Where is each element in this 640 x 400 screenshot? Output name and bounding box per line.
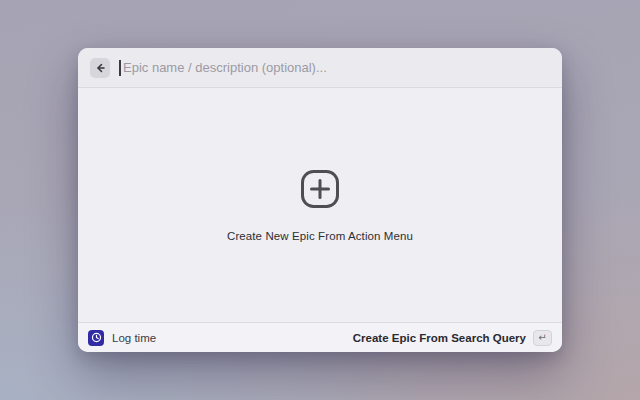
dialog-header [78, 48, 562, 88]
dialog-footer: Log time Create Epic From Search Query ↵ [78, 322, 562, 352]
clock-icon [88, 330, 104, 346]
arrow-left-icon [94, 62, 106, 74]
empty-state-label: Create New Epic From Action Menu [227, 230, 413, 242]
create-epic-dialog: Create New Epic From Action Menu Log tim… [78, 48, 562, 352]
plus-squircle-icon [300, 169, 340, 213]
dialog-body: Create New Epic From Action Menu [78, 88, 562, 322]
log-time-label: Log time [112, 332, 156, 344]
text-caret [119, 60, 121, 76]
log-time-action[interactable]: Log time [88, 330, 156, 346]
epic-name-input[interactable] [119, 60, 550, 75]
epic-name-input-wrap [119, 60, 550, 75]
create-epic-from-search-query-label: Create Epic From Search Query [353, 332, 526, 344]
create-epic-from-search-query-action[interactable]: Create Epic From Search Query ↵ [353, 330, 552, 346]
back-button[interactable] [90, 58, 110, 78]
enter-key-icon: ↵ [533, 330, 552, 346]
